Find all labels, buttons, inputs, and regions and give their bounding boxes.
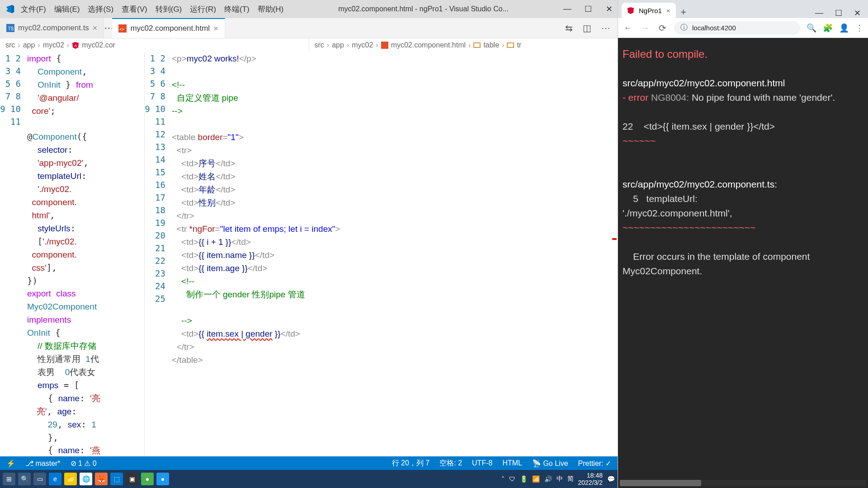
edge-icon[interactable]: e (49, 473, 61, 485)
tray-shield-icon[interactable]: 🛡 (509, 475, 515, 483)
new-tab-button[interactable]: + (676, 6, 691, 18)
back-icon[interactable]: ← (623, 23, 633, 33)
line-numbers-left: 1 2 3 4 5 6 7 8 9 10 11 (0, 52, 27, 456)
clock-time[interactable]: 18:48 (578, 472, 603, 479)
close-icon[interactable]: ✕ (605, 4, 613, 14)
window-title: myc02.component.html - ngPro1 - Visual S… (283, 5, 563, 13)
breadcrumb-left[interactable]: src› app› myc02› A myc02.cor (0, 38, 309, 52)
app-icon[interactable]: ● (141, 473, 154, 485)
tab-ts[interactable]: TS myc02.component.ts × (0, 18, 104, 38)
crumb-src[interactable]: src (5, 41, 15, 49)
error-footer: Error occurs in the template of componen… (623, 249, 863, 278)
windows-taskbar: ⊞ 🔍 ▭ e 📁 🌐 🦊 ⬚ ▣ ● ● ˄ 🛡 🔋 📶 🔊 中 简 18:4… (0, 470, 618, 488)
minimize-icon[interactable]: — (563, 4, 571, 14)
tray-wifi-icon[interactable]: 📶 (532, 475, 540, 483)
browser-page[interactable]: Failed to compile. src/app/myc02/myc02.c… (618, 38, 868, 488)
tray-volume-icon[interactable]: 🔊 (544, 475, 552, 483)
tab-overflow-icon[interactable]: ⋯ (104, 22, 112, 34)
zoom-icon[interactable]: 🔍 (807, 23, 816, 33)
notifications-icon[interactable]: 💬 (607, 475, 615, 483)
menu-icon[interactable]: ⋮ (855, 23, 863, 33)
angular-icon: A (72, 42, 79, 49)
editor-right-pane[interactable]: 1 2 3 4 5 6 7 8 9 10 11 12 13 14 15 16 1… (145, 52, 618, 456)
git-compare-icon[interactable]: ⇆ (565, 23, 573, 33)
system-tray[interactable]: ˄ 🛡 🔋 📶 🔊 中 简 18:48 2022/3/2 💬 (501, 472, 615, 486)
vscode-logo-icon (5, 4, 15, 14)
terminal-icon[interactable]: ▣ (126, 473, 138, 485)
tab-close-icon[interactable]: × (213, 24, 218, 33)
menu-terminal[interactable]: 终端(T) (224, 4, 250, 14)
menu-edit[interactable]: 编辑(E) (54, 4, 80, 14)
tray-chevron-icon[interactable]: ˄ (501, 475, 505, 483)
extensions-icon[interactable]: 🧩 (823, 23, 833, 33)
svg-text:<>: <> (120, 27, 125, 32)
tray-ime-icon[interactable]: 中 (557, 475, 563, 483)
tab-html[interactable]: <> myc02.component.html × (112, 18, 225, 38)
remote-icon[interactable]: ⚡ (6, 459, 15, 468)
menu-view[interactable]: 查看(V) (122, 4, 147, 14)
start-button-icon[interactable]: ⊞ (3, 473, 15, 485)
breadcrumb-right[interactable]: src› app› myc02› myc02.component.html› t… (309, 38, 618, 52)
tray-battery-icon[interactable]: 🔋 (520, 475, 528, 483)
code-right[interactable]: <p>myc02 works!</p> <!-- 自定义管道 pipe --> … (172, 52, 618, 456)
menu-run[interactable]: 运行(R) (190, 4, 216, 14)
menu-goto[interactable]: 转到(G) (156, 4, 182, 14)
error-file-path: src/app/myc02/myc02.component.html (623, 76, 863, 90)
chrome-icon[interactable]: 🌐 (80, 473, 92, 485)
task-view-icon[interactable]: ▭ (33, 473, 46, 485)
prettier-status[interactable]: Prettier: ✓ (578, 459, 611, 468)
maximize-icon[interactable]: ☐ (584, 4, 592, 14)
explorer-icon[interactable]: 📁 (64, 473, 77, 485)
browser-tab[interactable]: NgPro1 × (622, 3, 676, 18)
crumb-table[interactable]: table (483, 41, 499, 49)
close-icon[interactable]: ✕ (854, 8, 861, 18)
code-left[interactable]: import { Component, OnInit } from '@angu… (27, 52, 144, 456)
tab-html-label: myc02.component.html (130, 24, 210, 33)
crumb-file[interactable]: myc02.cor (82, 41, 115, 49)
address-bar[interactable]: ⓘ localhost:4200 (674, 21, 800, 35)
menu-file[interactable]: 文件(F) (21, 4, 46, 14)
more-actions-icon[interactable]: ⋯ (601, 23, 610, 33)
minimap[interactable] (610, 52, 618, 456)
tag-icon (473, 42, 481, 49)
tray-ime2-icon[interactable]: 简 (567, 475, 574, 483)
vscode-window: 文件(F) 编辑(E) 选择(S) 查看(V) 转到(G) 运行(R) 终端(T… (0, 0, 618, 488)
search-icon[interactable]: 🔍 (18, 473, 31, 485)
title-bar: 文件(F) 编辑(E) 选择(S) 查看(V) 转到(G) 运行(R) 终端(T… (0, 0, 618, 18)
crumb-tr[interactable]: tr (517, 41, 521, 49)
split-editor-icon[interactable]: ◫ (583, 23, 591, 33)
error-title: Failed to compile. (623, 47, 863, 61)
editor-left-pane[interactable]: 1 2 3 4 5 6 7 8 9 10 11 import { Compone… (0, 52, 145, 456)
menu-help[interactable]: 帮助(H) (258, 4, 284, 14)
crumb-app[interactable]: app (23, 41, 35, 49)
go-live-button[interactable]: 📡 Go Live (532, 459, 568, 468)
tab-close-icon[interactable]: × (93, 23, 98, 33)
tab-close-icon[interactable]: × (666, 7, 670, 14)
tag-icon (507, 42, 514, 49)
language-mode[interactable]: HTML (502, 459, 522, 467)
reload-icon[interactable]: ⟳ (657, 23, 668, 33)
crumb-file[interactable]: myc02.component.html (391, 41, 466, 49)
crumb-app[interactable]: app (332, 41, 344, 49)
menu-select[interactable]: 选择(S) (88, 4, 113, 14)
browser-tabs: NgPro1 × + — ☐ ✕ (618, 0, 868, 18)
clock-date[interactable]: 2022/3/2 (578, 479, 603, 486)
indentation[interactable]: 空格: 2 (439, 459, 462, 468)
vscode-taskbar-icon[interactable]: ⬚ (110, 473, 123, 485)
app-icon[interactable]: ● (156, 473, 169, 485)
forward-icon[interactable]: → (640, 23, 651, 33)
crumb-myc02[interactable]: myc02 (43, 41, 64, 49)
encoding[interactable]: UTF-8 (472, 459, 492, 467)
site-info-icon[interactable]: ⓘ (680, 23, 688, 33)
maximize-icon[interactable]: ☐ (835, 8, 842, 18)
browser-tab-label: NgPro1 (639, 7, 662, 14)
minimize-icon[interactable]: — (815, 8, 823, 18)
scrollbar-thumb[interactable] (620, 480, 701, 486)
crumb-myc02[interactable]: myc02 (352, 41, 373, 49)
profile-icon[interactable]: 👤 (839, 23, 849, 33)
git-branch[interactable]: master* (25, 459, 61, 468)
firefox-icon[interactable]: 🦊 (95, 473, 108, 485)
crumb-src[interactable]: src (315, 41, 324, 49)
problems-count[interactable]: ⊘ 1 ⚠ 0 (71, 459, 97, 468)
cursor-position[interactable]: 行 20，列 7 (392, 459, 430, 468)
